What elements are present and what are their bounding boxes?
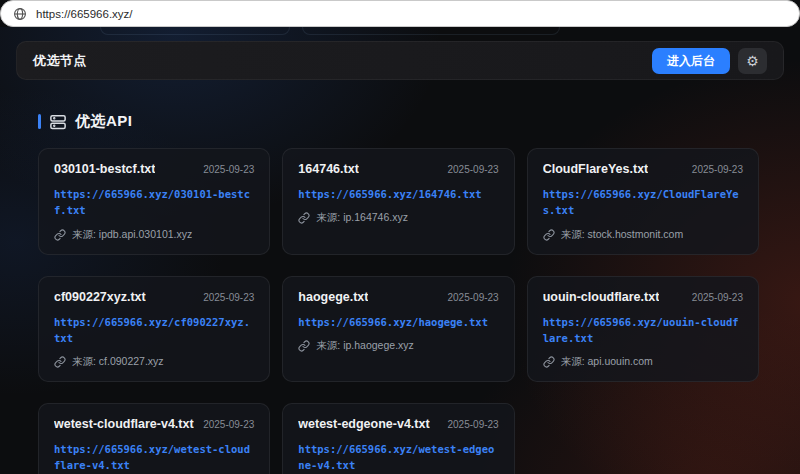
- card-url-link[interactable]: https://665966.xyz/164746.txt: [298, 186, 498, 202]
- card-date: 2025-09-23: [448, 164, 499, 175]
- api-card: haogege.txt 2025-09-23 https://665966.xy…: [282, 276, 514, 383]
- settings-button[interactable]: ⚙: [738, 48, 767, 74]
- card-date: 2025-09-23: [448, 292, 499, 303]
- card-url-link[interactable]: https://665966.xyz/cf090227xyz.txt: [54, 314, 254, 347]
- section-title: 优选API: [75, 112, 133, 131]
- api-card: wetest-cloudflare-v4.txt 2025-09-23 http…: [38, 403, 270, 474]
- card-date: 2025-09-23: [203, 164, 254, 175]
- card-source-row: 来源: cf.090227.xyz: [54, 355, 254, 369]
- link-icon: [54, 229, 66, 241]
- card-source-row: 来源: api.uouin.com: [543, 355, 743, 369]
- card-source-row: 来源: stock.hostmonit.com: [543, 228, 743, 242]
- card-title: uouin-cloudflare.txt: [543, 290, 660, 304]
- link-icon: [543, 229, 555, 241]
- page-title: 优选节点: [33, 52, 87, 70]
- card-header: 030101-bestcf.txt 2025-09-23: [54, 162, 254, 176]
- card-header: cf090227xyz.txt 2025-09-23: [54, 290, 254, 304]
- card-url-link[interactable]: https://665966.xyz/uouin-cloudflare.txt: [543, 314, 743, 347]
- card-header: wetest-edgeone-v4.txt 2025-09-23: [298, 417, 498, 431]
- page-body: 优选节点 进入后台 ⚙ 优选API 030101-bestcf.txt 2025…: [0, 27, 800, 474]
- gear-icon: ⚙: [746, 54, 759, 68]
- card-url-link[interactable]: https://665966.xyz/CloudFlareYes.txt: [543, 186, 743, 219]
- card-url-link[interactable]: https://665966.xyz/wetest-cloudflare-v4.…: [54, 441, 254, 474]
- link-icon: [298, 212, 310, 224]
- card-source-row: 来源: ip.haogege.xyz: [298, 339, 498, 353]
- url-input[interactable]: [36, 8, 636, 20]
- card-date: 2025-09-23: [692, 292, 743, 303]
- header-actions: 进入后台 ⚙: [652, 48, 767, 74]
- card-header: uouin-cloudflare.txt 2025-09-23: [543, 290, 743, 304]
- section-accent-bar: [38, 114, 41, 129]
- link-icon: [543, 356, 555, 368]
- card-url-link[interactable]: https://665966.xyz/wetest-edgeone-v4.txt: [298, 441, 498, 474]
- section-title-row: 优选API: [38, 112, 133, 131]
- card-header: 164746.txt 2025-09-23: [298, 162, 498, 176]
- admin-button[interactable]: 进入后台: [652, 48, 730, 74]
- card-url-link[interactable]: https://665966.xyz/haogege.txt: [298, 314, 498, 330]
- card-title: wetest-cloudflare-v4.txt: [54, 417, 194, 431]
- card-source-text: 来源: stock.hostmonit.com: [561, 228, 684, 242]
- api-cards-grid: 030101-bestcf.txt 2025-09-23 https://665…: [38, 148, 759, 474]
- link-icon: [298, 340, 310, 352]
- globe-icon[interactable]: [13, 7, 27, 21]
- card-url-link[interactable]: https://665966.xyz/030101-bestcf.txt: [54, 186, 254, 219]
- link-icon: [54, 356, 66, 368]
- card-date: 2025-09-23: [448, 419, 499, 430]
- card-date: 2025-09-23: [692, 164, 743, 175]
- card-source-row: 来源: ipdb.api.030101.xyz: [54, 228, 254, 242]
- cutoff-card-edge: [302, 27, 560, 35]
- api-card: uouin-cloudflare.txt 2025-09-23 https://…: [527, 276, 759, 383]
- card-header: wetest-cloudflare-v4.txt 2025-09-23: [54, 417, 254, 431]
- card-title: wetest-edgeone-v4.txt: [298, 417, 429, 431]
- card-title: 030101-bestcf.txt: [54, 162, 155, 176]
- card-title: haogege.txt: [298, 290, 368, 304]
- api-card: 164746.txt 2025-09-23 https://665966.xyz…: [282, 148, 514, 255]
- card-source-text: 来源: ipdb.api.030101.xyz: [72, 228, 192, 242]
- cutoff-card-edge: [100, 27, 290, 35]
- card-source-row: 来源: ip.164746.xyz: [298, 211, 498, 225]
- api-card: wetest-edgeone-v4.txt 2025-09-23 https:/…: [282, 403, 514, 474]
- card-header: haogege.txt 2025-09-23: [298, 290, 498, 304]
- api-card: cf090227xyz.txt 2025-09-23 https://66596…: [38, 276, 270, 383]
- api-card: 030101-bestcf.txt 2025-09-23 https://665…: [38, 148, 270, 255]
- cutoff-strip: [0, 27, 800, 42]
- card-title: cf090227xyz.txt: [54, 290, 146, 304]
- card-date: 2025-09-23: [203, 419, 254, 430]
- card-source-text: 来源: api.uouin.com: [561, 355, 653, 369]
- browser-url-bar: [0, 0, 800, 27]
- card-title: 164746.txt: [298, 162, 358, 176]
- card-date: 2025-09-23: [203, 292, 254, 303]
- card-source-text: 来源: cf.090227.xyz: [72, 355, 164, 369]
- card-source-text: 来源: ip.164746.xyz: [316, 211, 408, 225]
- server-icon: [49, 113, 67, 131]
- header-bar: 优选节点 进入后台 ⚙: [16, 41, 784, 80]
- card-header: CloudFlareYes.txt 2025-09-23: [543, 162, 743, 176]
- card-source-text: 来源: ip.haogege.xyz: [316, 339, 413, 353]
- card-title: CloudFlareYes.txt: [543, 162, 649, 176]
- api-card: CloudFlareYes.txt 2025-09-23 https://665…: [527, 148, 759, 255]
